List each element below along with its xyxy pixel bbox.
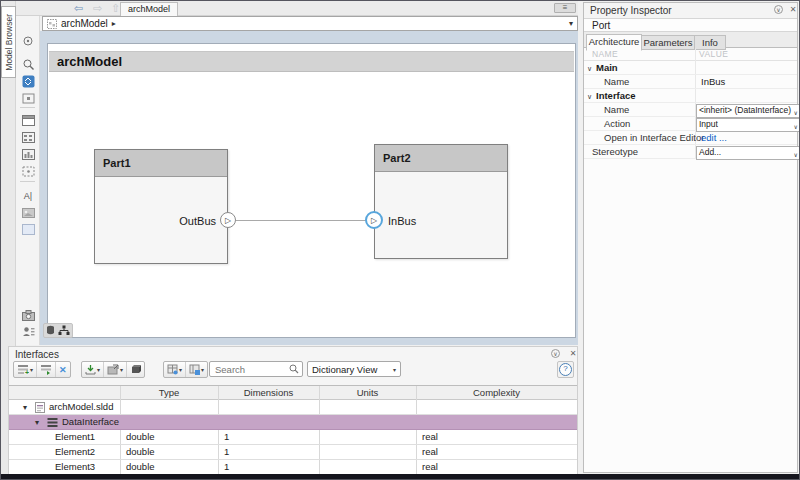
minimize-panel-icon[interactable]: ∨: [774, 5, 783, 14]
tab-architecture[interactable]: Architecture: [586, 34, 642, 51]
model-browser-label: Model Browser: [4, 14, 14, 71]
fit-to-view-icon[interactable]: [19, 74, 37, 89]
annotation-icon[interactable]: A|: [19, 188, 37, 203]
back-icon[interactable]: ⇦: [74, 2, 83, 15]
row-label: Element3: [55, 460, 95, 474]
cell-complexity: real: [422, 445, 438, 459]
tab-archmodel[interactable]: archModel: [120, 2, 178, 16]
add-interface-button[interactable]: + ▾: [14, 362, 37, 377]
row-expander-icon[interactable]: ▾: [23, 400, 30, 415]
interfaces-table: Type Dimensions Units Complexity ▾ archM…: [9, 385, 577, 474]
search-input[interactable]: [213, 363, 289, 376]
window-icon: [22, 115, 35, 126]
add-element-button[interactable]: [37, 362, 56, 377]
table-row[interactable]: ▾ archModel.sldd: [9, 400, 577, 415]
dictionary-icon: [46, 325, 55, 336]
property-label: Name: [604, 103, 629, 116]
area-icon[interactable]: [19, 222, 37, 237]
port-outbus-label: OutBus: [156, 214, 216, 228]
up-icon[interactable]: ⇧: [111, 2, 120, 15]
stereotype-dropdown[interactable]: Add... ∨: [696, 146, 800, 160]
interface-actions-group: + ▾ ✕: [13, 361, 71, 378]
export-button[interactable]: ▾: [104, 362, 127, 377]
tabbar-menu-icon[interactable]: ≡: [554, 3, 576, 13]
section-interface[interactable]: ∨ Interface: [584, 89, 797, 103]
help-button[interactable]: ?: [557, 361, 574, 378]
connector-line[interactable]: [236, 220, 366, 221]
property-row-open-editor[interactable]: Open in Interface Editor edit ...: [584, 131, 797, 145]
image-icon[interactable]: [19, 205, 37, 220]
open-window-icon[interactable]: [19, 113, 37, 128]
breadcrumb[interactable]: archModel ▸ ▾: [42, 16, 578, 31]
row-expander-icon[interactable]: ▾: [35, 415, 42, 430]
component-part2[interactable]: Part2: [374, 144, 508, 259]
section-main[interactable]: ∨ Main: [584, 61, 797, 75]
view-selector-dropdown[interactable]: Dictionary View ▾: [307, 361, 401, 377]
property-row-stereotype[interactable]: Stereotype Add... ∨: [584, 145, 797, 159]
row-label: Element2: [55, 445, 95, 459]
port-inbus[interactable]: ▷: [365, 211, 383, 229]
magnifier-icon: [22, 58, 35, 71]
collapse-icon[interactable]: ∨: [587, 90, 592, 103]
region-snapshot-icon[interactable]: [19, 91, 37, 106]
forward-icon[interactable]: ⇨: [93, 2, 102, 15]
viewport-frame-icon[interactable]: [19, 164, 37, 179]
window-grid-icon[interactable]: [19, 130, 37, 145]
add-element-icon: [40, 364, 52, 375]
dropdown-caret-icon: ▾: [30, 366, 33, 373]
property-row-action[interactable]: Action Input ∨: [584, 117, 797, 131]
interfaces-panel: Interfaces ∨ ✕ + ▾ ✕ ▾ ▾ ▾: [8, 346, 578, 474]
delete-button[interactable]: ✕: [56, 362, 70, 377]
canvas-badges[interactable]: [43, 323, 73, 338]
dropdown-value: Add...: [699, 147, 721, 157]
property-row-interface-name[interactable]: Name <inherit> (DataInterface) ∨: [584, 103, 797, 117]
filter-button[interactable]: ▾: [164, 362, 186, 377]
toolbar-separator: [20, 181, 35, 182]
column-options-button[interactable]: ▾: [186, 362, 207, 377]
selected-object-type: Port: [584, 18, 797, 32]
property-row-name[interactable]: Name InBus: [584, 75, 797, 89]
profile-icon[interactable]: [19, 324, 37, 339]
interface-name-dropdown[interactable]: <inherit> (DataInterface) ∨: [696, 104, 800, 118]
search-box[interactable]: [209, 361, 303, 377]
diagram-canvas[interactable]: archModel Part1 Part2 OutBus ▷ ▷ InBus: [47, 43, 576, 338]
port-outbus[interactable]: ▷: [220, 212, 236, 228]
window-chart-icon[interactable]: [19, 147, 37, 162]
component-part2-title: Part2: [375, 145, 507, 172]
close-panel-icon[interactable]: ✕: [787, 4, 799, 15]
toolbar-separator: [20, 107, 35, 108]
table-row[interactable]: Element3 double 1 real: [9, 460, 577, 475]
svg-text:+: +: [25, 369, 29, 375]
table-row-selected[interactable]: ▾ DataInterface: [9, 415, 577, 430]
property-label: Action: [604, 117, 630, 130]
hide-browser-icon[interactable]: [19, 33, 37, 48]
breadcrumb-model: archModel: [61, 18, 108, 29]
model-browser-tab[interactable]: Model Browser: [1, 6, 16, 78]
cell-complexity: real: [422, 460, 438, 474]
add-interface-icon: +: [17, 364, 29, 375]
component-part1[interactable]: Part1: [94, 149, 228, 264]
breadcrumb-dropdown-icon[interactable]: ▾: [569, 19, 573, 28]
edit-link[interactable]: edit ...: [701, 131, 727, 144]
menu-glyph: ≡: [563, 3, 568, 12]
collapse-icon[interactable]: ∨: [587, 62, 592, 75]
zoom-icon[interactable]: [19, 57, 37, 72]
port-triangle-icon: ▷: [225, 216, 231, 225]
action-dropdown[interactable]: Input ∨: [696, 118, 800, 132]
row-label: Element1: [55, 430, 95, 444]
import-button[interactable]: ▾: [82, 362, 104, 377]
dropdown-caret-icon: ▾: [179, 366, 182, 373]
col-dimensions: Dimensions: [218, 386, 319, 400]
fit-icon: [22, 75, 35, 88]
canvas-viewport: archModel Part1 Part2 OutBus ▷ ▷ InBus: [40, 31, 578, 345]
table-row[interactable]: Element1 double 1 real: [9, 430, 577, 445]
help-icon: ?: [559, 363, 572, 376]
link-dictionary-button[interactable]: [127, 362, 144, 377]
camera-icon[interactable]: [19, 308, 37, 323]
close-panel-icon[interactable]: ✕: [567, 348, 579, 359]
minimize-panel-icon[interactable]: ∨: [551, 349, 560, 358]
dropdown-value: Input: [699, 119, 718, 129]
table-row[interactable]: Element2 double 1 real: [9, 445, 577, 460]
port-inbus-label: InBus: [388, 214, 416, 228]
property-label: Name: [604, 75, 629, 88]
